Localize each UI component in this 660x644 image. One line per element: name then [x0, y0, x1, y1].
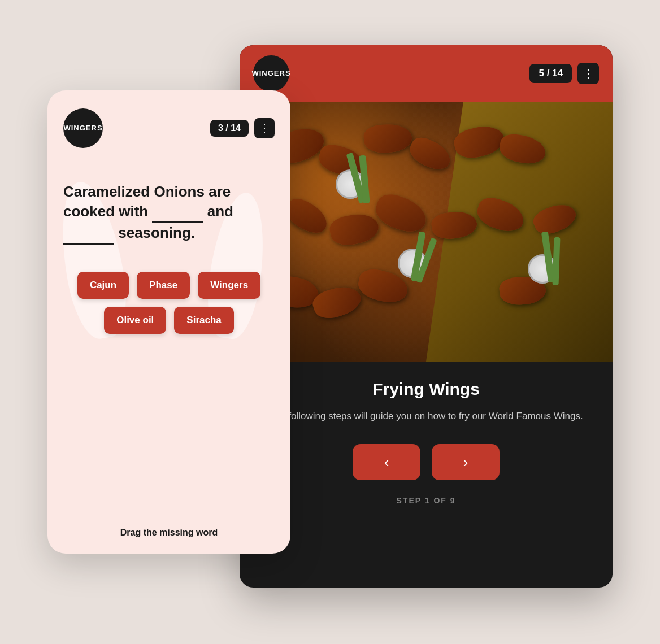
recipe-card: WINGERS 5 / 14 ⋮	[240, 45, 613, 588]
option-olive-oil[interactable]: Olive oil	[104, 307, 166, 334]
logo-left: WINGERS	[63, 108, 103, 148]
right-page-badge: 5 / 14	[529, 64, 572, 83]
option-wingers[interactable]: Wingers	[198, 272, 260, 299]
quiz-question: Caramelized Onions are cooked with and s…	[63, 171, 275, 245]
right-menu-button[interactable]: ⋮	[578, 63, 599, 84]
logo-right: WINGERS	[253, 55, 289, 92]
right-header-controls: 5 / 14 ⋮	[529, 63, 599, 84]
blank-1	[152, 202, 203, 223]
option-siracha[interactable]: Siracha	[174, 307, 233, 334]
recipe-title: Frying Wings	[372, 380, 480, 399]
option-phase[interactable]: Phase	[137, 272, 190, 299]
next-button[interactable]: ›	[432, 444, 500, 480]
step-indicator: STEP 1 OF 9	[397, 496, 456, 505]
logo-text-left: WINGERS	[63, 124, 102, 133]
quiz-card: WINGERS 3 / 14 ⋮ Caramelized Onions are …	[47, 90, 290, 554]
right-header: WINGERS 5 / 14 ⋮	[240, 45, 613, 102]
left-page-badge: 3 / 14	[210, 120, 249, 137]
logo-text-right: WINGERS	[251, 69, 290, 78]
right-content: Frying Wings The following steps will gu…	[240, 362, 613, 588]
left-header-controls: 3 / 14 ⋮	[210, 118, 275, 138]
wings-photo	[240, 102, 613, 362]
left-header: WINGERS 3 / 14 ⋮	[63, 108, 275, 148]
drag-hint: Drag the missing word	[63, 516, 275, 538]
food-image	[240, 102, 613, 362]
prev-button[interactable]: ‹	[353, 444, 420, 480]
answer-options: Cajun Phase Wingers Olive oil Siracha	[63, 272, 275, 334]
recipe-description: The following steps will guide you on ho…	[269, 409, 583, 424]
nav-buttons: ‹ ›	[353, 444, 500, 480]
left-menu-button[interactable]: ⋮	[254, 118, 275, 138]
option-cajun[interactable]: Cajun	[77, 272, 129, 299]
blank-2	[63, 223, 114, 245]
